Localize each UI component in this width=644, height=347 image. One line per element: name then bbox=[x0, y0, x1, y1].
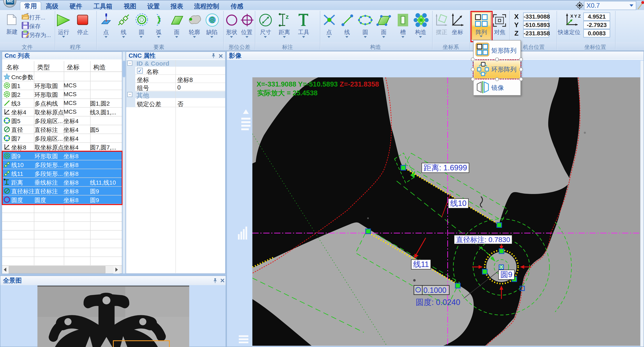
svg-text:实际放大 = 25.4538: 实际放大 = 25.4538 bbox=[257, 89, 318, 97]
svg-text:X Y Z: X Y Z bbox=[570, 14, 581, 18]
svg-text:z: z bbox=[286, 13, 289, 20]
svg-text:X=-331.9088 Y=-510.5893 Z=-231: X=-331.9088 Y=-510.5893 Z=-231.8358 bbox=[256, 80, 379, 88]
